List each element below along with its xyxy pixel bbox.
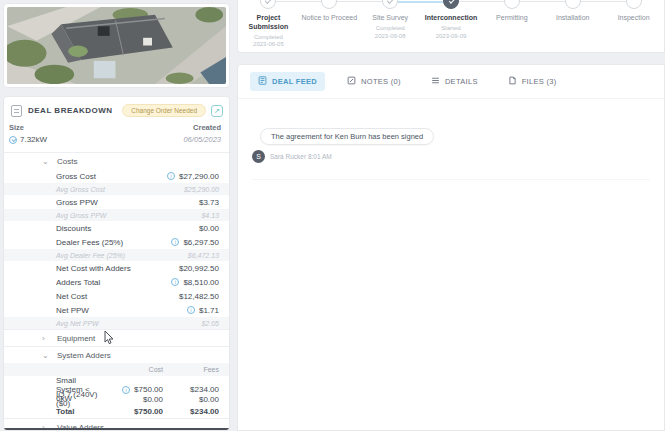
timeline-step-permitting[interactable]: Permitting — [481, 0, 542, 52]
cost-row-label: Adders Total — [56, 278, 100, 287]
cost-row-label: Dealer Fees (25%) — [56, 238, 123, 247]
step-label: Installation — [556, 14, 589, 23]
deal-detail-card: DEAL FEEDNOTES (0)DETAILSFILES (3) The a… — [237, 64, 665, 431]
step-label: Interconnection — [425, 14, 478, 23]
cost-row-value-wrap: i$6,297.50 — [171, 238, 219, 247]
adder-fees: $234.00 — [163, 385, 219, 394]
section-label: Costs — [57, 157, 77, 166]
step-label: Permitting — [496, 14, 528, 23]
right-column: Project SubmissionCompleted2023-06-05Not… — [237, 0, 665, 431]
left-column: DEAL BREAKDOWN Change Order Needed ↗ Siz… — [0, 0, 233, 431]
adder-name: IQ 7 (240V) ($0) — [56, 390, 103, 408]
avatar: S — [252, 150, 265, 163]
cost-row: Discounts$0.00 — [4, 221, 229, 235]
cost-row-value: $6,297.50 — [183, 238, 219, 247]
cost-subrow: Avg Dealer Fee (25%)$6,472.13 — [4, 249, 229, 261]
cost-row-value: $2.05 — [201, 320, 219, 327]
adder-name: Total — [56, 407, 103, 416]
adder-fees: $234.00 — [163, 407, 219, 416]
deal-created: Created 06/05/2023 — [183, 123, 221, 144]
cost-row-value-wrap: i$27,290.00 — [167, 172, 219, 181]
cost-row-value: $0.00 — [199, 224, 219, 233]
tab-label: DEAL FEED — [272, 77, 317, 86]
cost-row: Gross PPW$3.73 — [4, 195, 229, 209]
chevron-down-icon: ⌄ — [42, 157, 48, 166]
adder-row: Small System < 6kWi$750.00$234.00 — [4, 376, 229, 390]
cost-row-value: $27,290.00 — [179, 172, 219, 181]
info-icon[interactable]: i — [187, 306, 195, 314]
expand-icon[interactable]: ↗ — [211, 105, 223, 117]
tab-notes-0[interactable]: NOTES (0) — [339, 72, 409, 91]
timeline-step-interconnection[interactable]: InterconnectionStarted2023-09-09 — [421, 0, 482, 52]
cost-row-value-wrap: $0.00 — [199, 224, 219, 233]
step-status-date: 2023-09-09 — [436, 33, 467, 41]
cost-row-value-wrap: i$8,510.00 — [171, 278, 219, 287]
notes-icon — [347, 76, 356, 87]
cost-row: Adders Totali$8,510.00 — [4, 275, 229, 289]
size-value: 7.32kW — [20, 135, 47, 144]
step-label: Inspection — [618, 14, 650, 23]
cost-row-value: $12,482.50 — [179, 292, 219, 301]
section-header-equipment[interactable]: ›Equipment — [4, 329, 229, 346]
step-status: Completed2023-06-05 — [253, 34, 284, 50]
step-pending-icon — [504, 0, 520, 9]
cost-row: Gross Costi$27,290.00 — [4, 169, 229, 183]
adder-cost-value: $750.00 — [134, 385, 163, 394]
section-label: Equipment — [57, 334, 95, 343]
adder-fees: $0.00 — [163, 395, 219, 404]
info-icon[interactable]: i — [167, 172, 175, 180]
cost-row-value: $4.13 — [201, 212, 219, 219]
feed-event-message: The agreement for Ken Burn has been sign… — [260, 128, 434, 145]
step-pending-icon — [626, 0, 642, 9]
chevron-down-icon: ⌄ — [42, 351, 48, 360]
document-icon — [11, 105, 22, 117]
feed-author-time: Sara Rucker 8:01 AM — [270, 153, 332, 160]
cost-row-value-wrap: $20,992.50 — [179, 264, 219, 273]
info-icon[interactable]: i — [122, 386, 130, 394]
property-photo-card — [3, 3, 230, 88]
adder-cost: $750.00 — [103, 407, 163, 416]
step-label: Notice to Proceed — [301, 14, 357, 23]
deal-breakdown-panel: DEAL BREAKDOWN Change Order Needed ↗ Siz… — [3, 96, 230, 431]
cost-subrow: Avg Gross Cost$25,290.00 — [4, 183, 229, 195]
deal-feed: The agreement for Ken Burn has been sign… — [238, 98, 664, 180]
cost-row-value: $20,992.50 — [179, 264, 219, 273]
timeline-step-site-survey[interactable]: Site SurveyCompleted2023-09-08 — [360, 0, 421, 52]
step-status-text: Completed — [253, 34, 284, 42]
adder-cost-value: $750.00 — [134, 407, 163, 416]
step-status-text: Started — [436, 25, 467, 33]
feed-author: Sara Rucker — [270, 153, 306, 160]
section-header-system-adders[interactable]: ⌄System Adders — [4, 346, 229, 363]
tab-bar: DEAL FEEDNOTES (0)DETAILSFILES (3) — [238, 65, 664, 98]
tab-label: NOTES (0) — [361, 77, 401, 86]
step-completed-icon — [382, 0, 398, 9]
step-status-date: 2023-06-05 — [253, 41, 284, 49]
created-label: Created — [183, 123, 221, 132]
step-label: Site Survey — [372, 14, 408, 23]
timeline-step-project-submission[interactable]: Project SubmissionCompleted2023-06-05 — [238, 0, 299, 52]
panel-bottom-edge — [4, 428, 229, 430]
info-icon[interactable]: i — [171, 278, 179, 286]
chevron-right-icon: › — [42, 334, 48, 343]
cost-row-value-wrap: $6,472.13 — [188, 252, 219, 259]
step-status: Completed2023-09-08 — [375, 25, 406, 41]
tab-files-3[interactable]: FILES (3) — [500, 72, 565, 91]
cost-row: Dealer Fees (25%)i$6,297.50 — [4, 235, 229, 249]
adders-col-cost: Cost — [103, 366, 163, 373]
tab-details[interactable]: DETAILS — [423, 72, 486, 91]
section-label: System Adders — [57, 351, 111, 360]
section-header-costs[interactable]: ⌄Costs — [4, 152, 229, 169]
cost-row-label: Net Cost with Adders — [56, 264, 131, 273]
timeline-step-notice-to-proceed[interactable]: Notice to Proceed — [299, 0, 360, 52]
deal-breakdown-header: DEAL BREAKDOWN Change Order Needed ↗ — [4, 97, 229, 123]
system-size: Size 7.32kW — [9, 123, 47, 144]
files-icon — [508, 76, 517, 87]
cost-subrow: Avg Gross PPW$4.13 — [4, 209, 229, 221]
cost-row-label: Gross PPW — [56, 198, 98, 207]
timeline-step-installation[interactable]: Installation — [542, 0, 603, 52]
timeline-step-inspection[interactable]: Inspection — [603, 0, 664, 52]
timeline-connector-active — [398, 1, 443, 3]
info-icon[interactable]: i — [171, 238, 179, 246]
cost-subrow: Avg Net PPW$2.05 — [4, 317, 229, 329]
tab-deal-feed[interactable]: DEAL FEED — [250, 72, 325, 91]
